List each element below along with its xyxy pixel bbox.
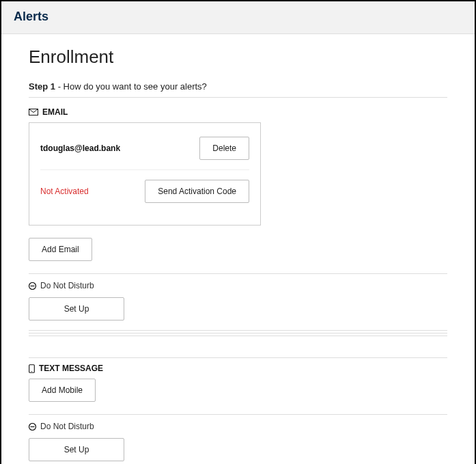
email-card: tdouglas@lead.bank Delete Not Activated … <box>29 122 261 226</box>
email-address: tdouglas@lead.bank <box>40 144 120 153</box>
sms-setup-wrap: Set Up <box>29 438 447 461</box>
step-question: - How do you want to see your alerts? <box>55 81 207 92</box>
dnd-minus-icon <box>29 423 36 431</box>
add-mobile-wrap: Add Mobile <box>29 379 447 402</box>
email-dnd-header: Do Not Disturb <box>29 281 447 290</box>
email-setup-wrap: Set Up <box>29 297 447 320</box>
sms-setup-button[interactable]: Set Up <box>29 438 124 461</box>
add-email-button[interactable]: Add Email <box>29 238 92 261</box>
delete-button[interactable]: Delete <box>199 137 249 160</box>
sms-section: TEXT MESSAGE Add Mobile Do Not Disturb <box>29 357 447 464</box>
mobile-icon <box>29 364 35 373</box>
email-section: EMAIL tdouglas@lead.bank Delete Not Acti… <box>29 107 447 336</box>
add-email-wrap: Add Email <box>29 238 447 261</box>
sms-header-line: TEXT MESSAGE <box>29 357 447 373</box>
page-title: Enrollment <box>29 46 447 68</box>
email-dnd-block: Do Not Disturb Set Up <box>29 273 447 320</box>
sms-heading: TEXT MESSAGE <box>39 364 103 373</box>
step-label: Step 1 <box>29 81 55 92</box>
header-title: Alerts <box>14 10 462 24</box>
sms-dnd-block: Do Not Disturb Set Up <box>29 414 447 461</box>
step-line: Step 1 - How do you want to see your ale… <box>29 81 447 98</box>
sms-dnd-header: Do Not Disturb <box>29 422 447 431</box>
email-dnd-label: Do Not Disturb <box>40 281 94 290</box>
status-row: Not Activated Send Activation Code <box>40 170 249 213</box>
email-row: tdouglas@lead.bank Delete <box>40 133 249 170</box>
header-bar: Alerts <box>1 1 475 34</box>
email-heading: EMAIL <box>42 107 68 117</box>
add-mobile-button[interactable]: Add Mobile <box>29 379 96 402</box>
svg-point-4 <box>31 370 32 371</box>
send-activation-button[interactable]: Send Activation Code <box>145 180 249 203</box>
email-icon <box>29 109 38 115</box>
dnd-minus-icon <box>29 282 36 290</box>
divider <box>29 336 447 336</box>
divider <box>29 333 447 333</box>
email-setup-button[interactable]: Set Up <box>29 297 124 320</box>
sms-dnd-label: Do Not Disturb <box>40 422 94 431</box>
sms-heading-row: TEXT MESSAGE <box>29 364 447 373</box>
app-frame: Alerts Enrollment Step 1 - How do you wa… <box>0 0 476 464</box>
content-area: Enrollment Step 1 - How do you want to s… <box>1 34 475 464</box>
divider <box>29 330 447 331</box>
status-text: Not Activated <box>40 187 89 196</box>
section-gap <box>29 338 447 353</box>
email-heading-row: EMAIL <box>29 107 447 117</box>
